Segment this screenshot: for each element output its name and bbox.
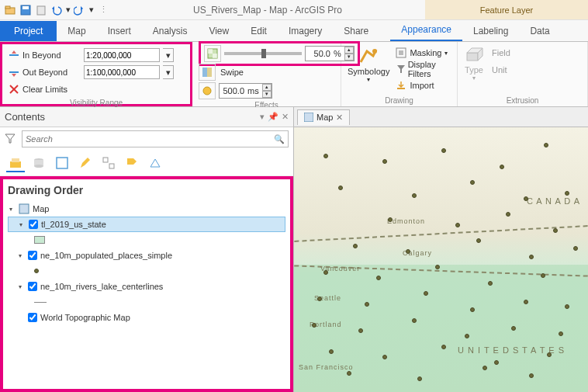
window-title: US_Rivers_Map - Map - ArcGIS Pro <box>110 5 425 16</box>
symbology-dropdown-icon[interactable]: ▾ <box>367 76 370 83</box>
appearance-tab[interactable]: Appearance <box>390 19 462 41</box>
list-by-perspective-icon[interactable] <box>146 154 164 172</box>
toc-layer-1-checkbox[interactable] <box>28 251 37 260</box>
toc-layer-2[interactable]: ▾ ne_10m_rivers_lake_centerlines <box>8 279 285 294</box>
map-view-tab-label: Map <box>316 113 333 122</box>
transparency-icon[interactable] <box>204 45 221 62</box>
insert-tab[interactable]: Insert <box>97 21 142 41</box>
flicker-icon[interactable] <box>199 82 216 99</box>
map-label-sanfrancisco: San Francisco <box>299 363 354 371</box>
flicker-spin-up[interactable]: ▲ <box>262 84 272 91</box>
redo-dropdown-icon[interactable]: ▾ <box>88 3 95 17</box>
toc-layer-0[interactable]: ▾ tl_2019_us_state <box>8 217 285 232</box>
clear-limits-button[interactable]: Clear Limits <box>22 85 81 94</box>
toc-layer-0-symbol[interactable] <box>8 232 285 248</box>
map-frame-icon <box>19 203 29 214</box>
filter-icon[interactable] <box>5 133 17 145</box>
data-tab[interactable]: Data <box>519 21 560 41</box>
toc-layer-1[interactable]: ▾ ne_10m_populated_places_simple <box>8 248 285 263</box>
save-icon[interactable] <box>19 3 33 17</box>
clear-limits-icon <box>9 84 19 95</box>
display-filters-button[interactable]: Display Filters <box>396 61 451 77</box>
open-folder-icon[interactable] <box>3 3 17 17</box>
transparency-slider[interactable] <box>224 52 302 55</box>
flicker-unit: ms <box>246 86 262 95</box>
contents-search-input[interactable] <box>26 134 274 144</box>
toc-layer-3-label: World Topographic Map <box>40 313 130 322</box>
type-label: Type <box>465 65 483 75</box>
out-beyond-dropdown[interactable]: ▾ <box>163 65 174 79</box>
drawing-group-label: Drawing <box>348 95 451 105</box>
project-tab[interactable]: Project <box>0 21 57 41</box>
svg-rect-21 <box>12 158 19 162</box>
svg-rect-13 <box>207 68 212 77</box>
in-beyond-dropdown[interactable]: ▾ <box>163 48 174 62</box>
extrusion-group-label: Extrusion <box>464 95 581 105</box>
svg-point-24 <box>34 165 43 168</box>
swipe-button[interactable]: Swipe <box>220 68 244 77</box>
map-label-edmonton: Edmonton <box>387 217 425 225</box>
toc-layer-0-checkbox[interactable] <box>29 220 38 229</box>
toc-layer-1-label: ne_10m_populated_places_simple <box>40 251 172 260</box>
extrusion-field-label: Field <box>492 48 510 57</box>
list-by-editing-icon[interactable] <box>76 154 95 172</box>
swipe-icon[interactable] <box>199 64 216 81</box>
flicker-value[interactable]: 500.0 <box>220 86 246 95</box>
list-by-labeling-icon[interactable] <box>123 154 141 172</box>
svg-point-15 <box>372 49 377 54</box>
undo-icon[interactable] <box>50 3 64 17</box>
contents-dropdown-icon[interactable]: ▾ <box>260 112 265 122</box>
contents-pin-icon[interactable]: 📌 <box>268 112 278 122</box>
in-beyond-icon <box>9 50 19 61</box>
map-view-tab-close[interactable]: ✕ <box>336 113 343 123</box>
toc-layer-2-checkbox[interactable] <box>28 282 37 291</box>
list-by-drawing-order-icon[interactable] <box>6 154 25 172</box>
search-icon[interactable]: 🔍 <box>274 134 285 144</box>
in-beyond-input[interactable] <box>84 48 160 62</box>
import-button[interactable]: Import <box>396 78 451 93</box>
share-tab[interactable]: Share <box>333 21 379 41</box>
list-by-snapping-icon[interactable] <box>99 154 118 172</box>
map-tab[interactable]: Map <box>57 21 96 41</box>
map-label-canada: C A N A D A <box>527 196 580 206</box>
context-tab-group: Feature Layer <box>425 0 588 19</box>
svg-rect-6 <box>9 71 19 73</box>
svg-rect-17 <box>399 50 403 55</box>
svg-rect-4 <box>37 6 45 15</box>
svg-rect-3 <box>22 6 29 9</box>
paste-icon[interactable] <box>34 3 48 17</box>
map-view-tab[interactable]: Map ✕ <box>297 109 350 125</box>
view-tab[interactable]: View <box>198 21 240 41</box>
toc-layer-1-symbol[interactable] <box>8 263 285 279</box>
toc-layer-3-checkbox[interactable] <box>28 313 37 322</box>
extrusion-type-button[interactable]: Type ▾ <box>464 45 484 95</box>
svg-rect-12 <box>202 68 207 77</box>
map-canvas[interactable]: C A N A D A U N I T E D S T A T E S Edmo… <box>294 127 588 392</box>
transparency-value[interactable]: 50.0 <box>306 49 332 58</box>
toc-layer-2-symbol[interactable] <box>8 294 285 310</box>
list-by-source-icon[interactable] <box>29 154 48 172</box>
svg-rect-27 <box>109 164 114 168</box>
imagery-tab[interactable]: Imagery <box>278 21 333 41</box>
svg-rect-10 <box>208 49 213 54</box>
list-by-selection-icon[interactable] <box>53 154 71 172</box>
analysis-tab[interactable]: Analysis <box>142 21 199 41</box>
undo-dropdown-icon[interactable]: ▾ <box>65 3 71 17</box>
qat-customize-icon[interactable]: ⋮ <box>96 3 110 17</box>
edit-tab[interactable]: Edit <box>240 21 278 41</box>
display-filters-label: Display Filters <box>408 60 451 78</box>
toc-map-node[interactable]: ▾ Map <box>8 201 285 217</box>
symbology-button[interactable]: Symbology ▾ <box>348 45 389 95</box>
flicker-spin-down[interactable]: ▼ <box>262 91 272 98</box>
svg-rect-25 <box>57 158 67 168</box>
svg-rect-19 <box>467 53 478 61</box>
contents-close-icon[interactable]: ✕ <box>282 112 289 122</box>
redo-icon[interactable] <box>73 3 87 17</box>
labeling-tab[interactable]: Labeling <box>462 21 519 41</box>
contents-panel-title: Contents <box>5 111 260 123</box>
drawing-order-heading: Drawing Order <box>8 184 285 196</box>
svg-rect-5 <box>9 54 19 56</box>
toc-layer-3[interactable]: ▾ World Topographic Map <box>8 310 285 325</box>
out-beyond-input[interactable] <box>84 65 160 79</box>
masking-button[interactable]: Masking▾ <box>396 45 451 61</box>
